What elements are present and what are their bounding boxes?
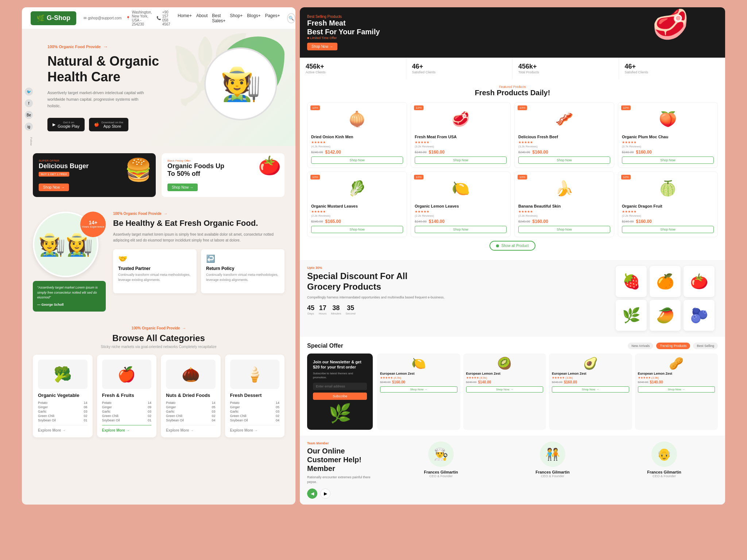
customer-help-text: Team Member Our Online Customer Help! Me… <box>307 441 380 499</box>
so-price-row: $240.00 $140.00 <box>466 380 543 384</box>
so-price-old: $240.00 <box>466 381 477 384</box>
prev-arrow[interactable]: ◀ <box>307 488 317 499</box>
logo[interactable]: 🌿 G-Shop <box>31 11 76 25</box>
instagram-icon[interactable]: ig <box>25 123 33 131</box>
explore-link[interactable]: Explore More → <box>102 425 152 432</box>
team-member-card: 👴 Frances Gilmartin CEO & Founder <box>611 441 718 478</box>
explore-link[interactable]: Explore More → <box>166 425 216 432</box>
best-selling-btn[interactable]: Shop Now → <box>307 43 337 50</box>
trusted-partner-title: Trusted Partner <box>118 266 191 271</box>
next-arrow[interactable]: ▶ <box>320 488 330 499</box>
show-all-button[interactable]: Show all Product <box>489 241 535 251</box>
counter-number: 45 <box>307 304 314 312</box>
special-offer-section: Special Offer New ArrivalsTrending Produ… <box>300 337 725 436</box>
category-item: Potato14 <box>38 401 88 405</box>
team-emoji: 👴 <box>657 447 671 461</box>
stat-number: 46+ <box>625 63 720 70</box>
newsletter-input[interactable] <box>313 383 367 390</box>
app-store-button[interactable]: 🍎 Download on the App Store <box>89 118 128 131</box>
phone-icon: 📞 <box>156 16 161 20</box>
category-item: Garlic03 <box>102 410 152 413</box>
nav-phone: 📞 +90 157 058 4567 <box>156 10 170 26</box>
organic-label: 100% Organic Food Provide → <box>113 212 285 216</box>
nav-location: 📍 Washington, New York, USA - 254230 <box>126 10 152 26</box>
special-offer-tab[interactable]: Trending Products <box>656 343 690 349</box>
special-offer-tab[interactable]: New Arrivals <box>628 343 653 349</box>
nav-shop[interactable]: Shop+ <box>230 13 243 23</box>
product-stars: ★★★★★ <box>518 140 610 144</box>
shop-now-button[interactable]: Shop Now <box>622 226 714 233</box>
search-button[interactable]: 🔍 <box>287 13 295 23</box>
nav-pages[interactable]: Pages+ <box>265 13 280 23</box>
so-shop-button[interactable]: Shop Now → <box>380 386 457 393</box>
team-member-name: Frances Gilmartin <box>611 470 718 474</box>
nav-home[interactable]: Home+ <box>178 13 192 23</box>
category-item: Green Chili02 <box>166 414 216 418</box>
so-shop-button[interactable]: Shop Now → <box>466 386 543 393</box>
price-old: $240.00 <box>518 150 530 154</box>
play-icon: ▶ <box>53 122 55 127</box>
shop-now-button[interactable]: Shop Now <box>518 226 610 233</box>
feature-cards: 🤝 Trusted Partner Continually transform … <box>113 249 285 293</box>
product-image: 🍑 <box>622 106 714 132</box>
category-image: 🌰 <box>166 360 216 389</box>
organic-section: 🧑‍🌾👩‍🌾 14+ Years Experience "Assertively… <box>22 204 295 319</box>
product-price-row: $240.00 $142.00 <box>311 150 403 155</box>
twitter-icon[interactable]: 🐦 <box>25 88 33 96</box>
google-play-button[interactable]: ▶ Get it on Google Play <box>47 118 85 131</box>
product-image: 🥩 <box>415 106 507 132</box>
stat-number: 456k+ <box>306 63 400 70</box>
discount-label: Upto 30% <box>307 266 610 270</box>
so-shop-button[interactable]: Shop Now → <box>552 386 629 393</box>
shop-now-button[interactable]: Shop Now <box>518 157 610 164</box>
price-new: $140.00 <box>429 219 445 224</box>
best-label: Best Selling Products <box>307 15 718 19</box>
category-items-list: Potato14Ginger05Garlic03Green Chili02Soy… <box>166 401 216 422</box>
explore-link[interactable]: Explore More → <box>230 425 280 432</box>
shop-now-button[interactable]: Shop Now <box>311 157 403 164</box>
newsletter-subscribe-button[interactable]: Subscribe <box>313 393 367 400</box>
product-reviews: (3.7k Reviews) <box>622 145 714 148</box>
shop-now-button[interactable]: Shop Now <box>415 226 507 233</box>
best-selling-text: Best Selling Products Fresh Meat Best Fo… <box>307 15 718 50</box>
behance-icon[interactable]: Be <box>25 111 33 119</box>
special-offer-tab[interactable]: Best Selling <box>693 343 718 349</box>
product-badge: 10% <box>518 105 527 110</box>
promo-light-btn[interactable]: Shop Now → <box>167 184 198 191</box>
product-stars: ★★★★★ <box>622 210 714 213</box>
nav-links: Home+ About Best Sales+ Shop+ Blogs+ Pag… <box>178 13 280 23</box>
promo-burger-card: Super Offer Delicious Buger BUY 1 GET 1 … <box>33 153 156 197</box>
category-item: Green Chili02 <box>38 414 88 418</box>
shop-now-button[interactable]: Shop Now <box>311 226 403 233</box>
product-price-row: $240.00 $160.00 <box>622 219 714 224</box>
category-item: Ginger05 <box>230 405 280 409</box>
product-card: 10% 🍌 Banana Beautiful Skin ★★★★★ (2.2k … <box>514 171 614 237</box>
nav-best-sales[interactable]: Best Sales+ <box>212 13 225 23</box>
featured-label: Featured Products <box>307 85 718 89</box>
product-stars: ★★★★★ <box>311 140 403 144</box>
categories-section: 100% Organic Food Provide → Browse All C… <box>22 319 295 445</box>
discount-image: 🥭 <box>650 300 681 331</box>
so-price-new: $140.00 <box>650 380 663 384</box>
product-card: 10% 🥩 Fresh Meat From USA ★★★★★ (3.2k Re… <box>411 102 511 168</box>
counter-label: Days <box>307 312 314 315</box>
explore-link[interactable]: Explore More → <box>38 425 88 432</box>
best-selling-banner: Best Selling Products Fresh Meat Best Fo… <box>300 7 725 58</box>
discount-image: 🍅 <box>684 266 715 297</box>
facebook-icon[interactable]: f <box>25 99 33 107</box>
product-name: Organic Mustard Leaves <box>311 204 403 208</box>
shop-now-button[interactable]: Shop Now <box>415 157 507 164</box>
shop-now-button[interactable]: Shop Now <box>622 157 714 164</box>
product-stars: ★★★★★ <box>415 210 507 213</box>
so-shop-button[interactable]: Shop Now → <box>638 386 715 393</box>
category-item: Soybean Oil01 <box>102 418 152 422</box>
product-price-row: $240.00 $165.00 <box>311 219 403 224</box>
category-items-list: Potato14Ginger09Garlic03Green Chili02Soy… <box>102 401 152 422</box>
nav-about[interactable]: About <box>196 13 208 23</box>
price-new: $160.00 <box>533 150 548 155</box>
nav-blogs[interactable]: Blogs+ <box>247 13 260 23</box>
logo-text: G-Shop <box>47 14 70 22</box>
promo-dark-btn[interactable]: Shop Now → <box>39 184 69 191</box>
price-old: $240.00 <box>622 150 634 154</box>
hero-person-circle: 🧑‍🌾 <box>204 47 277 120</box>
